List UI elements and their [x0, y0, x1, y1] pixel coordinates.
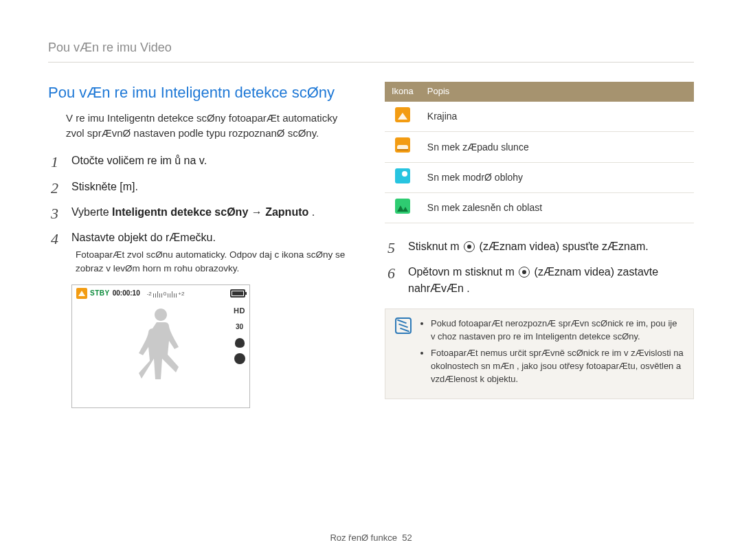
th-icon: Ikona	[385, 82, 420, 102]
row-label: Sn mek modrØ oblohy	[420, 162, 694, 192]
lcd-ev-scale: -2 0 +2	[147, 290, 185, 298]
fps-icon: 30	[236, 322, 243, 333]
row-label: Krajina	[420, 102, 694, 132]
step-arrow: →	[248, 206, 265, 218]
table-row: Krajina	[385, 102, 694, 132]
table-row: Sn mek zÆpadu slunce	[385, 132, 694, 162]
lcd-preview: STBY 00:00:10 -2 0 +2 HD 30	[71, 284, 250, 408]
record-icon	[464, 241, 475, 252]
breadcrumb: Pou vÆn re imu Video	[48, 38, 694, 63]
step-text-post: .	[308, 206, 315, 218]
step-text-post: (zÆznam videa) spusťte zÆznam.	[476, 240, 649, 252]
lcd-timecode: 00:00:10	[113, 289, 140, 299]
th-desc: Popis	[420, 82, 694, 102]
forest-icon	[395, 199, 410, 214]
step-note: FotoaparÆt zvol scØnu automaticky. Odpov…	[71, 248, 357, 275]
step-text-post: .	[204, 155, 207, 166]
step-5: Stisknut m (zÆznam videa) spusťte zÆznam…	[385, 238, 694, 254]
table-row: Sn mek zalesněn ch oblast	[385, 192, 694, 223]
step-text: Stisknut m	[408, 240, 462, 252]
info-item: FotoaparÆt nemus určit sprÆvně scØnick r…	[431, 347, 684, 386]
row-label: Sn mek zÆpadu slunce	[420, 132, 694, 162]
step-1: Otočte voličem re im ů na v.	[48, 153, 357, 168]
step-option-value: Zapnuto	[265, 206, 308, 218]
record-icon	[519, 267, 530, 278]
footer-page: 52	[402, 533, 412, 543]
row-label: Sn mek zalesněn ch oblast	[420, 192, 694, 223]
blue-sky-icon	[395, 168, 410, 183]
step-6: Opětovn m stisknut m (zÆznam videa) zast…	[385, 264, 694, 295]
page-footer: Roz řenØ funkce 52	[0, 532, 742, 545]
table-row: Sn mek modrØ oblohy	[385, 162, 694, 192]
step-text: Vyberte	[71, 206, 112, 218]
ev-label: 0	[164, 290, 166, 298]
step-text: Opětovn m stisknut m	[408, 266, 517, 278]
ev-label: -2	[147, 290, 152, 298]
section-intro: V re imu Inteligentn detekce scØny fotoa…	[48, 111, 357, 141]
step-option: Inteligentn detekce scØny	[112, 206, 248, 218]
focus-mode-icon	[235, 338, 245, 348]
step-2: Stiskněte [m].	[48, 179, 357, 194]
step-text: Nastavte objekt do rÆmečku.	[71, 232, 216, 243]
step-text: Stiskněte [m	[71, 181, 132, 192]
subject-silhouette	[136, 304, 186, 394]
hd-icon: HD	[234, 306, 245, 317]
info-box: Pokud fotoaparÆt nerozpoznÆ sprÆvn scØni…	[385, 309, 694, 399]
info-item: Pokud fotoaparÆt nerozpoznÆ sprÆvn scØni…	[431, 317, 684, 344]
step-text-post: ].	[132, 181, 138, 192]
step-3: Vyberte Inteligentn detekce scØny → Zapn…	[48, 204, 357, 220]
ev-label: +2	[178, 290, 184, 298]
section-heading: Pou vÆn re imu Inteligentn detekce scØny	[48, 82, 357, 104]
step-text: Otočte voličem re im ů na v	[71, 155, 204, 166]
step-4: Nastavte objekt do rÆmečku. FotoaparÆt z…	[48, 229, 357, 275]
sunset-icon	[395, 137, 410, 153]
icon-table: Ikona Popis Krajina Sn mek zÆpadu slunce	[385, 82, 694, 223]
stabilizer-icon	[234, 353, 245, 364]
footer-label: Roz řenØ funkce	[330, 533, 397, 543]
battery-icon	[230, 289, 245, 298]
scene-icon	[76, 288, 87, 299]
lcd-stby: STBY	[90, 289, 110, 299]
landscape-icon	[395, 107, 410, 122]
note-icon	[395, 317, 412, 334]
